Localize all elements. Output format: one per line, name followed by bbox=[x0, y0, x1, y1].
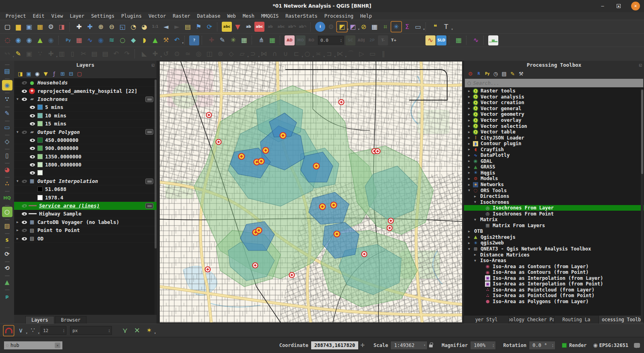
algorithm-item[interactable]: ▶QVector overlay bbox=[464, 117, 644, 123]
avoid-overlap-icon[interactable]: ✶▾ bbox=[144, 326, 154, 336]
expand-arrow-icon[interactable]: ▶ bbox=[473, 195, 478, 198]
labels-icon[interactable]: abc bbox=[222, 22, 232, 32]
expand-arrow-icon[interactable]: ▶ bbox=[466, 165, 472, 169]
layer-item[interactable]: 5 mins bbox=[14, 103, 157, 111]
dataplotly-toolbar-icon[interactable]: ∿ bbox=[85, 35, 95, 45]
expand-arrow-icon[interactable]: ▼ bbox=[473, 259, 478, 263]
filter-expression-icon[interactable]: ƒ▾ bbox=[50, 70, 58, 78]
digitize-network-icon[interactable]: ⋔ bbox=[256, 35, 266, 45]
expand-arrow-icon[interactable]: ▼ bbox=[466, 189, 472, 192]
algorithm-item[interactable]: ▶⚙Models bbox=[464, 176, 644, 182]
qgis2threejs-icon[interactable]: ▲ bbox=[35, 35, 45, 45]
results-viewer-icon[interactable]: ▤ bbox=[500, 70, 508, 78]
layer-item[interactable]: 15 mins bbox=[14, 120, 157, 128]
geocoding-icon[interactable]: ◉ bbox=[2, 80, 12, 90]
expand-arrow-icon[interactable]: ▶ bbox=[15, 220, 20, 224]
expand-arrow-icon[interactable]: ▼ bbox=[473, 218, 478, 222]
layer-indicator-badge[interactable] bbox=[145, 129, 153, 135]
advanced-digitizing-icon[interactable]: AD bbox=[285, 35, 295, 45]
gdrive-icon[interactable]: ▲ bbox=[2, 277, 12, 287]
deselect-all-icon[interactable]: ⊘ bbox=[359, 22, 369, 32]
menu-layer[interactable]: Layer bbox=[70, 13, 84, 19]
pin-labels-icon[interactable]: ab bbox=[244, 22, 254, 32]
table-add-icon[interactable]: ▦ bbox=[454, 35, 464, 45]
visibility-eye-icon[interactable] bbox=[21, 236, 28, 242]
algorithm-item[interactable]: ▶∿DataPlotly bbox=[464, 152, 644, 158]
menu-rasterstats[interactable]: RasterStats bbox=[285, 13, 317, 19]
manage-themes-icon[interactable]: ◉ bbox=[33, 70, 41, 78]
field-calculator-icon[interactable]: ⌗ bbox=[380, 22, 390, 32]
undo-curve-icon[interactable]: ↶▾ bbox=[172, 35, 182, 45]
select-by-icon[interactable]: ◩▾ bbox=[348, 22, 358, 32]
algorithm-item[interactable]: ∴Iso-Area as Pointcloud (from Layer) bbox=[464, 287, 644, 293]
algorithm-item[interactable]: ▶QVector creation bbox=[464, 100, 644, 106]
expand-arrow-icon[interactable]: ▼ bbox=[473, 200, 478, 204]
zoom-to-selection-icon[interactable]: ◔ bbox=[128, 22, 138, 32]
algorithm-item[interactable]: ▶Directions bbox=[464, 193, 644, 199]
processing-scrollbar[interactable] bbox=[641, 89, 644, 322]
panel-tab-layers[interactable]: Layers bbox=[25, 316, 54, 324]
expand-arrow-icon[interactable]: ▼ bbox=[466, 247, 472, 251]
snapping-mode-icon[interactable]: ∨▾ bbox=[16, 326, 26, 336]
layers-pin-icon[interactable]: ≋ bbox=[107, 35, 117, 45]
layer-item[interactable]: ▼▰Isochrones bbox=[14, 95, 157, 103]
algorithm-item[interactable]: ◉Iso-Area as Contours (from Point) bbox=[464, 269, 644, 275]
text-annotation-icon[interactable]: T▾ bbox=[441, 22, 451, 32]
menu-project[interactable]: Project bbox=[6, 13, 26, 19]
python-console-icon[interactable]: Py bbox=[63, 35, 73, 45]
algorithm-item[interactable]: ▼Matrix bbox=[464, 217, 644, 223]
expand-arrow-icon[interactable]: ▶ bbox=[466, 171, 472, 174]
open-project-icon[interactable]: ▆ bbox=[13, 22, 23, 32]
algorithm-item[interactable]: ▶QRaster tools bbox=[464, 88, 644, 94]
new-project-icon[interactable]: ▢ bbox=[2, 22, 12, 32]
algorithm-item[interactable]: ▶◉GDAL bbox=[464, 158, 644, 164]
mouse-extent-icon[interactable]: ✛ bbox=[360, 342, 365, 348]
algorithm-item[interactable]: ▶◖Crayfish bbox=[464, 146, 644, 152]
expand-arrow-icon[interactable]: ▶ bbox=[466, 89, 472, 93]
build-hammer-icon[interactable]: ⚒ bbox=[161, 35, 171, 45]
layer-item[interactable]: Service area (lines) bbox=[14, 202, 157, 210]
visibility-eye-icon[interactable] bbox=[21, 178, 28, 185]
visibility-eye-icon[interactable] bbox=[29, 170, 36, 176]
pan-to-selection-icon[interactable]: ✚ bbox=[85, 22, 95, 32]
angle-input[interactable]: 0.0 bbox=[318, 36, 344, 45]
expand-arrow-icon[interactable]: ▶ bbox=[466, 241, 472, 245]
expand-arrow-icon[interactable]: ▶ bbox=[466, 183, 472, 187]
qgis2web-hill-icon[interactable]: ▲ bbox=[150, 35, 160, 45]
layer-indicator-badge[interactable] bbox=[145, 179, 153, 184]
add-layers-icon[interactable]: ▤ bbox=[2, 66, 12, 76]
crs-value[interactable]: EPSG:32651 bbox=[599, 343, 628, 348]
close-icon[interactable]: ✕ bbox=[631, 2, 640, 10]
algorithm-item[interactable]: ▶✦Networks bbox=[464, 182, 644, 188]
add-points-icon[interactable]: ∵ bbox=[2, 94, 12, 105]
expand-arrow-icon[interactable]: ▶ bbox=[466, 148, 472, 151]
algorithm-item[interactable]: ▶QVector selection bbox=[464, 123, 644, 129]
menu-help[interactable]: Help bbox=[360, 13, 372, 19]
p-logo-icon[interactable]: p bbox=[2, 291, 12, 302]
visibility-eye-icon[interactable] bbox=[29, 137, 36, 143]
visibility-eye-icon[interactable] bbox=[29, 113, 36, 119]
zoom-full-icon[interactable]: ◱ bbox=[118, 22, 128, 32]
history-icon[interactable]: ◷ bbox=[492, 70, 500, 78]
expand-arrow-icon[interactable]: ▼ bbox=[15, 130, 20, 134]
visibility-eye-icon[interactable] bbox=[21, 128, 28, 135]
expand-arrow-icon[interactable]: ▼ bbox=[15, 97, 20, 101]
algorithm-item[interactable]: ▶▲Qgis2threejs bbox=[464, 234, 644, 240]
map-tips-icon[interactable]: ❝ bbox=[430, 22, 440, 32]
layer-item[interactable]: ✚reprojected_amenity_hospital [22] bbox=[14, 87, 157, 95]
visibility-eye-icon[interactable] bbox=[21, 96, 28, 102]
table-icon[interactable]: ▦ bbox=[239, 35, 249, 45]
expand-arrow-icon[interactable]: ▶ bbox=[473, 253, 478, 257]
refresh-map-icon[interactable]: ⟳ bbox=[204, 22, 215, 32]
algorithm-item[interactable]: ▶⋮CityJSON Loader bbox=[464, 135, 644, 141]
visibility-eye-icon[interactable] bbox=[21, 88, 28, 94]
r-scripts-icon[interactable]: R bbox=[475, 70, 483, 78]
menu-web[interactable]: Web bbox=[227, 13, 236, 19]
dock-tab[interactable]: ocessing Toolb bbox=[599, 316, 644, 324]
pen-layer-icon[interactable]: ✎ bbox=[2, 108, 12, 119]
hqgis-icon[interactable]: HQ bbox=[2, 193, 12, 203]
algorithm-item[interactable]: ▦Matrix From Layers bbox=[464, 223, 644, 229]
undock-icon[interactable]: ◱ bbox=[639, 63, 642, 67]
database-bucket-icon[interactable]: ▯ bbox=[2, 150, 12, 161]
expand-arrow-icon[interactable]: ▶ bbox=[466, 124, 472, 128]
